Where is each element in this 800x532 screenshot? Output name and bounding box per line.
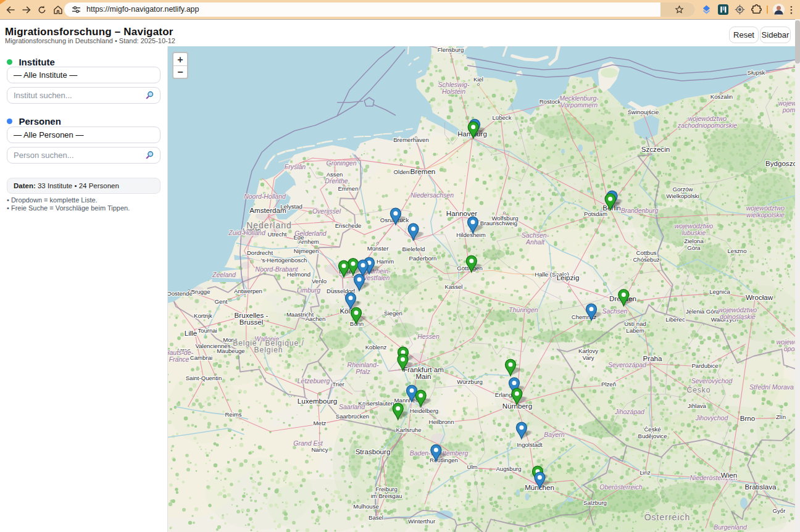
- svg-text:Holstein: Holstein: [442, 88, 465, 95]
- svg-text:Limburg: Limburg: [297, 286, 320, 294]
- svg-text:Karlovy: Karlovy: [578, 347, 598, 354]
- svg-text:Fryslân: Fryslân: [285, 163, 306, 170]
- svg-text:Würzburg: Würzburg: [457, 378, 483, 385]
- svg-text:Wrocław: Wrocław: [746, 293, 773, 301]
- svg-text:Plzeň: Plzeň: [601, 381, 616, 388]
- svg-text:Thüringen: Thüringen: [509, 306, 538, 314]
- svg-text:Aachen: Aachen: [306, 315, 326, 322]
- svg-text:Střední Morava: Střední Morava: [749, 383, 794, 391]
- svg-text:Nancy: Nancy: [311, 446, 328, 453]
- svg-text:Lille: Lille: [185, 329, 198, 337]
- svg-text:Lübeck: Lübeck: [493, 114, 512, 121]
- svg-text:Bayern: Bayern: [544, 431, 564, 438]
- svg-text:Brandenburg: Brandenburg: [621, 207, 659, 214]
- svg-text:Jelenia Góra: Jelenia Góra: [686, 308, 720, 315]
- svg-text:opolskie: opolskie: [784, 345, 795, 352]
- svg-text:Hessen: Hessen: [417, 333, 440, 340]
- svg-text:Ingolstadt: Ingolstadt: [517, 441, 543, 448]
- svg-text:Labem: Labem: [626, 327, 644, 334]
- svg-text:Groningen: Groningen: [326, 159, 356, 167]
- svg-text:Vorpommern: Vorpommern: [560, 101, 598, 109]
- svg-text:Strasbourg: Strasbourg: [356, 447, 391, 455]
- svg-text:Maubeuge: Maubeuge: [217, 347, 244, 354]
- svg-text:Wielkopolski: Wielkopolski: [666, 193, 699, 199]
- svg-text:Lëtzebuerg: Lëtzebuerg: [298, 377, 330, 384]
- svg-text:Drenthe: Drenthe: [325, 177, 348, 185]
- svg-text:Praha: Praha: [643, 354, 662, 362]
- svg-text:Oberösterreich: Oberösterreich: [599, 483, 643, 491]
- svg-text:Góra: Góra: [687, 244, 701, 251]
- svg-text:Bielefeld: Bielefeld: [402, 246, 425, 252]
- svg-text:Cottbus: Cottbus: [636, 249, 656, 256]
- svg-text:zachodniopomorskie: zachodniopomorskie: [677, 122, 737, 129]
- svg-text:Ústí nad: Ústí nad: [624, 320, 646, 327]
- svg-text:Pfalz: Pfalz: [356, 368, 370, 375]
- svg-text:Nederland: Nederland: [246, 220, 292, 230]
- svg-text:'s-Hertogenbosch: 's-Hertogenbosch: [261, 257, 307, 264]
- svg-text:im Breisgau: im Breisgau: [371, 493, 402, 499]
- svg-text:pomorskie: pomorskie: [782, 106, 795, 114]
- svg-text:Kiel: Kiel: [473, 76, 483, 83]
- svg-text:Gorzów: Gorzów: [672, 186, 693, 193]
- svg-text:Pardubice: Pardubice: [691, 362, 718, 369]
- svg-text:Bratislava: Bratislava: [745, 483, 777, 491]
- svg-text:Saarbrücken: Saarbrücken: [336, 413, 369, 420]
- svg-text:Severovýchod: Severovýchod: [691, 377, 733, 384]
- svg-text:Brugge: Brugge: [191, 288, 210, 295]
- svg-text:Rostock: Rostock: [540, 98, 561, 105]
- svg-text:Bydgoszcz: Bydgoszcz: [765, 159, 795, 167]
- svg-text:Wolfsburg: Wolfsburg: [491, 215, 518, 222]
- svg-text:Flensburg: Flensburg: [438, 46, 464, 53]
- svg-text:Overijssel: Overijssel: [312, 207, 341, 215]
- svg-text:Metz: Metz: [314, 420, 327, 426]
- svg-text:Augsburg: Augsburg: [496, 465, 521, 472]
- svg-text:Reutlingen: Reutlingen: [430, 457, 458, 463]
- svg-text:Chósebuz: Chósebuz: [633, 256, 659, 263]
- svg-text:Siegen: Siegen: [384, 310, 402, 317]
- svg-text:Legnica: Legnica: [709, 288, 730, 295]
- svg-text:Gelderland: Gelderland: [294, 230, 327, 237]
- svg-text:Zlín: Zlín: [776, 414, 786, 420]
- svg-text:Wien: Wien: [721, 471, 737, 479]
- svg-text:Enschede: Enschede: [335, 222, 362, 229]
- svg-text:Nijmegen: Nijmegen: [294, 247, 319, 254]
- svg-text:Main: Main: [415, 372, 431, 380]
- svg-text:Zielona: Zielona: [684, 238, 704, 244]
- svg-text:Gent: Gent: [215, 298, 228, 305]
- svg-text:wielkopolskie: wielkopolskie: [746, 211, 785, 218]
- svg-text:Leszno: Leszno: [728, 247, 747, 254]
- svg-text:France: France: [169, 355, 190, 363]
- svg-text:Jihovýchod: Jihovýchod: [695, 414, 729, 422]
- svg-text:Utrecht: Utrecht: [268, 231, 287, 238]
- svg-text:Kassel: Kassel: [445, 283, 463, 290]
- svg-text:Österreich: Österreich: [644, 512, 691, 522]
- svg-text:Dordrecht: Dordrecht: [247, 249, 273, 256]
- svg-text:Noord-Brabant: Noord-Brabant: [256, 265, 299, 273]
- svg-text:Vary: Vary: [582, 354, 594, 361]
- svg-text:Niedersachsen: Niedersachsen: [410, 191, 454, 199]
- svg-text:Leipzig: Leipzig: [557, 273, 580, 281]
- svg-text:Brno: Brno: [740, 414, 756, 422]
- svg-text:Koblenz: Koblenz: [365, 344, 387, 351]
- svg-text:Heilbronn: Heilbronn: [428, 418, 454, 425]
- svg-text:Severozápad: Severozápad: [608, 361, 647, 368]
- svg-text:Liberec: Liberec: [665, 316, 685, 323]
- svg-text:Freiburg: Freiburg: [375, 486, 398, 493]
- svg-text:dolnośląskie: dolnośląskie: [720, 313, 756, 320]
- svg-text:Cambrai: Cambrai: [190, 354, 212, 361]
- svg-text:Saarland: Saarland: [339, 403, 365, 410]
- svg-text:Luxembourg: Luxembourg: [298, 397, 337, 405]
- svg-text:Heidelberg: Heidelberg: [410, 407, 438, 414]
- svg-text:Burgenland: Burgenland: [714, 523, 748, 531]
- svg-text:Tournai: Tournai: [198, 327, 217, 334]
- svg-text:Grand Est: Grand Est: [293, 439, 323, 447]
- svg-text:Hamm: Hamm: [377, 258, 394, 265]
- svg-text:Jihozápad: Jihozápad: [614, 408, 645, 415]
- svg-text:Hildesheim: Hildesheim: [456, 231, 485, 238]
- svg-text:lubuskie: lubuskie: [682, 229, 706, 236]
- svg-text:Winterthur: Winterthur: [408, 518, 436, 525]
- svg-text:Basel: Basel: [369, 514, 383, 521]
- svg-text:Szczecin: Szczecin: [641, 145, 670, 153]
- svg-text:Kortrijk: Kortrijk: [194, 312, 212, 319]
- svg-text:Koszalin: Koszalin: [710, 93, 733, 100]
